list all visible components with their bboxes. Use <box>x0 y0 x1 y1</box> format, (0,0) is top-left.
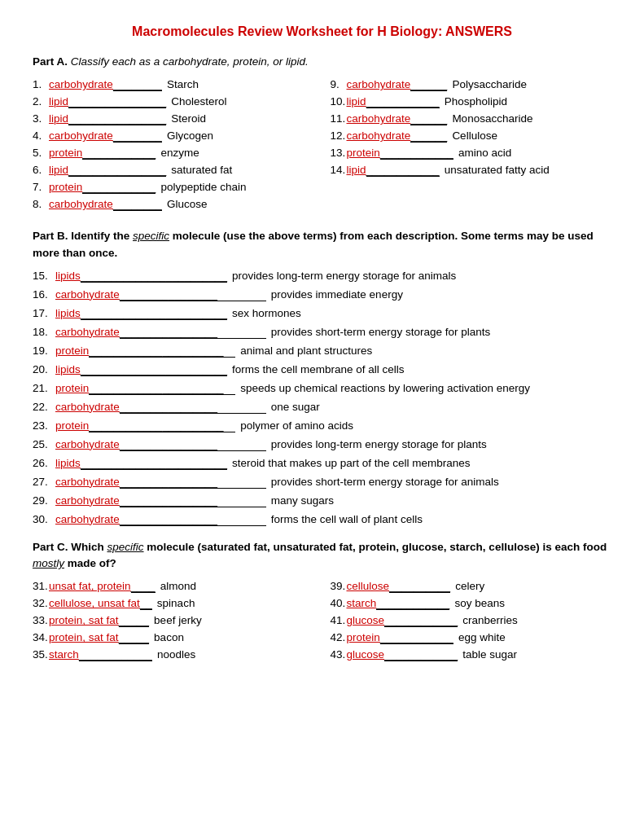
part-b-item: 26.lipids________________________steroid… <box>33 457 611 470</box>
part-c-left-col: 31.unsat fat, protein____almond32.cellul… <box>33 580 314 665</box>
item-text: Steroid <box>171 112 206 125</box>
item-blank: ____________ <box>366 164 440 177</box>
item-number: 10. <box>331 95 347 108</box>
item-answer: cellulose <box>347 580 390 592</box>
item-blank: ______________________ <box>89 419 235 432</box>
part-b-item: 23.protein______________________polymer … <box>33 419 611 432</box>
part-c-label: Part C. Which specific molecule (saturat… <box>33 539 611 573</box>
item-text: saturated fat <box>171 164 232 176</box>
item-answer: carbohydrate <box>55 326 120 338</box>
item-text: cranberries <box>462 614 518 626</box>
item-answer: lipid <box>347 95 366 108</box>
item-number: 3. <box>33 112 49 125</box>
item-blank: ____________ <box>384 648 458 661</box>
item-answer: glucose <box>347 648 385 661</box>
item-blank: ________________ <box>120 401 266 414</box>
part-b-label: Part B. Identify the specific molecule (… <box>33 228 611 261</box>
part-b-item: 15.lipids________________________provide… <box>33 270 611 283</box>
item-answer: carbohydrate <box>49 78 113 90</box>
item-answer: protein <box>347 147 380 159</box>
item-number: 4. <box>33 129 49 142</box>
item-text: beef jerky <box>154 614 202 626</box>
item-text: provides short-term energy storage for a… <box>271 476 499 488</box>
part-a-item: 11.carbohydrate______Monosaccharide <box>331 112 612 125</box>
item-number: 26. <box>33 457 55 469</box>
part-c-item: 39.cellulose__________celery <box>331 580 612 593</box>
item-blank: __ <box>140 597 152 610</box>
part-a-item: 2.lipid________________Cholesterol <box>33 95 314 108</box>
item-number: 41. <box>331 614 347 626</box>
item-number: 35. <box>33 648 49 661</box>
item-text: provides short-term energy storage for p… <box>271 326 490 338</box>
item-number: 9. <box>331 78 347 90</box>
item-blank: ____________ <box>82 181 156 194</box>
part-a-item: 6.lipid________________saturated fat <box>33 164 314 177</box>
part-a-item: 1.carbohydrate________Starch <box>33 78 314 91</box>
item-blank: ________________________ <box>81 307 227 320</box>
item-number: 5. <box>33 147 49 159</box>
item-text: provides immediate energy <box>271 288 403 301</box>
part-a-left-col: 1.carbohydrate________Starch2.lipid_____… <box>33 78 314 215</box>
item-text: egg white <box>458 631 506 643</box>
item-answer: carbohydrate <box>49 129 113 142</box>
item-number: 29. <box>33 494 55 507</box>
item-number: 33. <box>33 614 49 626</box>
item-blank: ________________ <box>120 513 266 526</box>
item-blank: _____ <box>119 614 150 627</box>
item-answer: lipids <box>55 307 81 319</box>
item-answer: protein <box>55 419 89 432</box>
item-blank: ________________ <box>120 494 266 507</box>
item-number: 27. <box>33 476 55 488</box>
part-a-item: 12.carbohydrate______Cellulose <box>331 129 612 143</box>
item-text: many sugars <box>271 494 334 507</box>
item-answer: protein <box>347 631 380 643</box>
item-text: Starch <box>167 78 199 90</box>
part-a-grid: 1.carbohydrate________Starch2.lipid_____… <box>33 78 611 215</box>
item-blank: ________________ <box>120 326 266 339</box>
item-number: 12. <box>331 129 347 142</box>
item-text: speeds up chemical reactions by lowering… <box>240 382 530 394</box>
item-text: polymer of amino acids <box>240 419 353 432</box>
part-a-item: 14.lipid____________unsaturated fatty ac… <box>331 164 612 177</box>
item-answer: lipid <box>347 164 366 176</box>
item-answer: lipid <box>49 164 68 176</box>
item-answer: glucose <box>347 614 385 626</box>
item-text: noodles <box>157 648 195 661</box>
item-number: 40. <box>331 597 347 609</box>
item-text: Cholesterol <box>171 95 226 108</box>
part-b-item: 17.lipids________________________sex hor… <box>33 307 611 320</box>
item-text: unsaturated fatty acid <box>445 164 550 176</box>
item-number: 7. <box>33 181 49 193</box>
item-blank: ____ <box>131 580 156 593</box>
part-c-item: 41.glucose____________cranberries <box>331 614 612 627</box>
part-c-item: 43.glucose____________table sugar <box>331 648 612 661</box>
item-number: 11. <box>331 112 347 125</box>
item-text: table sugar <box>462 648 517 661</box>
item-text: forms the cell membrane of all cells <box>232 363 405 375</box>
item-answer: carbohydrate <box>55 401 120 413</box>
item-number: 6. <box>33 164 49 176</box>
item-text: forms the cell wall of plant cells <box>271 513 423 525</box>
item-answer: protein <box>55 382 89 394</box>
part-b-item: 22.carbohydrate________________one sugar <box>33 401 611 414</box>
item-text: provides long-term energy storage for pl… <box>271 438 487 450</box>
item-text: Glucose <box>167 198 208 210</box>
part-c-item: 35.starch____________noodles <box>33 648 314 661</box>
item-answer: carbohydrate <box>55 438 120 450</box>
page-title: Macromolecules Review Worksheet for H Bi… <box>33 24 611 39</box>
part-a-item: 9.carbohydrate______Polysaccharide <box>331 78 612 91</box>
item-text: animal and plant structures <box>240 345 372 357</box>
item-number: 30. <box>33 513 55 525</box>
item-blank: ____________ <box>380 147 453 160</box>
item-number: 18. <box>33 326 55 338</box>
part-c-item: 32.cellulose, unsat fat__spinach <box>33 597 314 610</box>
item-blank: ____________ <box>366 95 440 108</box>
item-text: bacon <box>154 631 184 643</box>
item-number: 42. <box>331 631 347 643</box>
item-text: spinach <box>157 597 195 609</box>
item-number: 1. <box>33 78 49 90</box>
part-c-item: 31.unsat fat, protein____almond <box>33 580 314 593</box>
item-blank: ________________ <box>68 112 166 125</box>
part-b-section: Part B. Identify the specific molecule (… <box>33 228 611 526</box>
item-answer: lipid <box>49 95 68 108</box>
